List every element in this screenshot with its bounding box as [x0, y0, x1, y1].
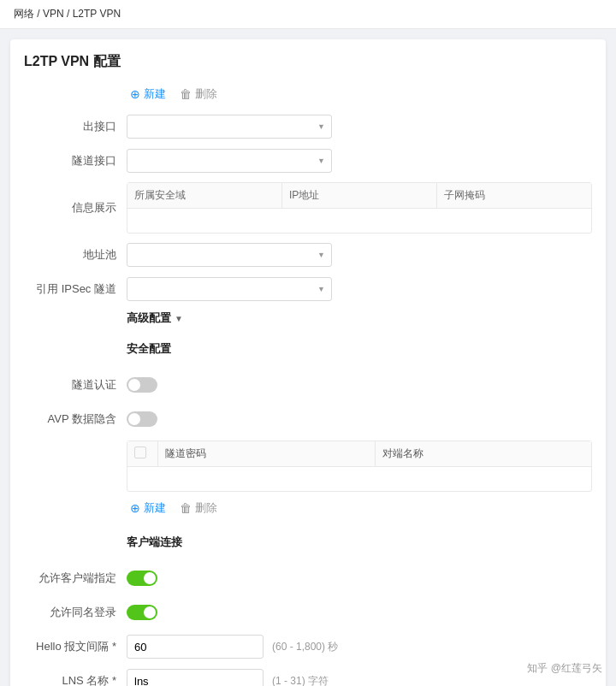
advanced-config-label: 高级配置: [127, 310, 171, 326]
lns-name-range: (1 - 31) 字符: [272, 674, 329, 687]
hello-interval-range: (60 - 1,800) 秒: [272, 640, 338, 654]
peer-name-col: 对端名称: [376, 441, 592, 466]
hello-interval-control: (60 - 1,800) 秒: [127, 635, 592, 659]
address-pool-select-wrapper: [127, 243, 332, 267]
lns-name-label: LNS 名称 *: [24, 673, 127, 686]
sub-toolbar: ⊕ 新建 🗑 删除: [127, 499, 592, 517]
sub-plus-icon: ⊕: [130, 502, 140, 514]
new-button[interactable]: ⊕ 新建: [127, 85, 169, 103]
outbound-row: 出接口: [24, 114, 592, 139]
avp-label: AVP 数据隐含: [24, 411, 127, 427]
allow-client-label: 允许客户端指定: [24, 571, 127, 586]
sub-delete-icon: 🗑: [180, 502, 192, 514]
delete-button[interactable]: 🗑 删除: [176, 85, 221, 103]
address-pool-select[interactable]: [127, 243, 332, 267]
allow-client-row: 允许客户端指定: [24, 565, 592, 591]
security-config-row: 安全配置: [24, 334, 592, 364]
tunnel-select-wrapper: [127, 149, 332, 173]
info-col2: IP地址: [282, 183, 437, 208]
outbound-label: 出接口: [24, 119, 127, 134]
plus-icon: ⊕: [130, 88, 140, 100]
header-checkbox[interactable]: [134, 446, 146, 458]
avp-row: AVP 数据隐含: [24, 406, 592, 432]
lns-name-input[interactable]: [127, 669, 264, 686]
tunnel-password-col: 隧道密码: [158, 441, 376, 466]
outbound-control: [127, 115, 592, 139]
client-connection-label: 客户端连接: [127, 535, 182, 550]
page-title: L2TP VPN 配置: [24, 53, 592, 71]
ipsec-tunnel-select-wrapper: [127, 277, 332, 301]
tunnel-auth-label: 隧道认证: [24, 377, 127, 393]
info-display-table: 所属安全域 IP地址 子网掩码: [127, 182, 592, 234]
lns-name-control: (1 - 31) 字符: [127, 669, 592, 686]
tunnel-row: 隧道接口: [24, 148, 592, 174]
info-col1: 所属安全域: [127, 183, 282, 208]
allow-anon-control: [127, 605, 592, 620]
allow-anon-label: 允许同名登录: [24, 605, 127, 620]
sub-table-header: 隧道密码 对端名称: [127, 441, 591, 467]
ipsec-tunnel-control: [127, 277, 592, 301]
security-config-label: 安全配置: [127, 341, 171, 357]
avp-toggle[interactable]: [127, 411, 157, 427]
ipsec-tunnel-row: 引用 IPSec 隧道: [24, 276, 592, 302]
allow-anon-row: 允许同名登录: [24, 600, 592, 625]
tunnel-auth-toggle[interactable]: [127, 377, 157, 393]
allow-client-toggle[interactable]: [127, 571, 157, 586]
info-display-label: 信息展示: [24, 200, 127, 216]
page-container: L2TP VPN 配置 ⊕ 新建 🗑 删除 出接口 隧道接口 信息展示: [10, 39, 606, 686]
info-display-row: 信息展示 所属安全域 IP地址 子网掩码: [24, 182, 592, 234]
checkbox-col: [127, 441, 158, 466]
allow-anon-toggle[interactable]: [127, 605, 157, 620]
info-display-body: [127, 209, 591, 233]
breadcrumb: 网络 / VPN / L2TP VPN: [0, 0, 616, 29]
info-display-control: 所属安全域 IP地址 子网掩码: [127, 182, 592, 234]
top-toolbar: ⊕ 新建 🗑 删除: [127, 85, 592, 103]
lns-name-row: LNS 名称 * (1 - 31) 字符: [24, 668, 592, 686]
outbound-select[interactable]: [127, 115, 332, 139]
sub-table-body: [127, 467, 591, 491]
hello-interval-label: Hello 报文间隔 *: [24, 639, 127, 654]
outbound-select-wrapper: [127, 115, 332, 139]
address-pool-row: 地址池: [24, 242, 592, 268]
hello-interval-input[interactable]: [127, 635, 264, 659]
advanced-config-toggle[interactable]: 高级配置 ▼: [127, 310, 592, 326]
tunnel-auth-control: [127, 377, 592, 393]
address-pool-control: [127, 243, 592, 267]
chevron-down-icon: ▼: [175, 314, 183, 323]
ipsec-tunnel-select[interactable]: [127, 277, 332, 301]
avp-control: [127, 411, 592, 427]
tunnel-password-table: 隧道密码 对端名称: [127, 441, 592, 492]
sub-delete-button[interactable]: 🗑 删除: [176, 499, 221, 517]
client-connection-title-row: 客户端连接: [24, 528, 592, 557]
address-pool-label: 地址池: [24, 247, 127, 263]
allow-client-control: [127, 571, 592, 586]
sub-new-button[interactable]: ⊕ 新建: [127, 499, 169, 517]
tunnel-select[interactable]: [127, 149, 332, 173]
tunnel-control: [127, 149, 592, 173]
ipsec-tunnel-label: 引用 IPSec 隧道: [24, 281, 127, 297]
info-col3: 子网掩码: [437, 183, 591, 208]
delete-icon: 🗑: [180, 88, 192, 100]
info-display-header: 所属安全域 IP地址 子网掩码: [127, 183, 591, 209]
tunnel-label: 隧道接口: [24, 153, 127, 169]
hello-interval-row: Hello 报文间隔 * (60 - 1,800) 秒: [24, 634, 592, 659]
tunnel-auth-row: 隧道认证: [24, 372, 592, 398]
